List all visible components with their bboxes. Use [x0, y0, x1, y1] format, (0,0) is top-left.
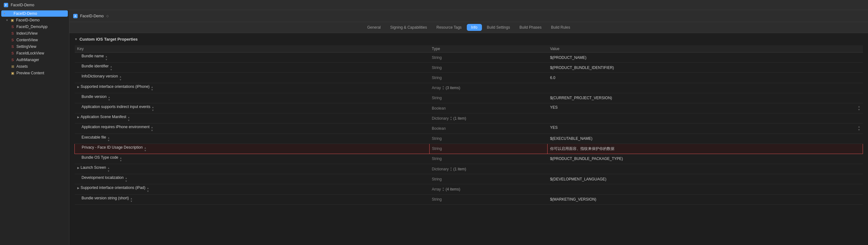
property-value: $(PRODUCT_BUNDLE_IDENTIFIER): [548, 63, 863, 73]
property-key: ▶Supported interface orientations (iPad)…: [75, 184, 430, 194]
row-stepper[interactable]: ▲▼: [107, 136, 110, 142]
sidebar-item-label: SettingView: [17, 44, 36, 49]
property-value: $(EXECUTABLE_NAME): [548, 134, 863, 144]
array-stepper[interactable]: ▲▼: [442, 187, 444, 191]
type-extra: (1 item): [453, 116, 466, 120]
table-row: Executable file▲▼String$(EXECUTABLE_NAME…: [75, 134, 863, 144]
type-stepper: Array ▲▼ (4 items): [432, 187, 460, 191]
value-text: YES: [550, 125, 558, 130]
sidebar: ▾■FaceID-Demo▾▣FaceID-DemoSFaceID_DemoAp…: [0, 10, 69, 245]
type-value: Dictionary: [432, 167, 448, 171]
property-key: Bundle identifier▲▼: [75, 63, 430, 73]
folder-icon: ▣: [10, 71, 15, 75]
col-header-type: Type: [429, 45, 548, 53]
expand-icon[interactable]: ▶: [77, 186, 80, 189]
value-stepper[interactable]: ▲▼: [858, 125, 861, 131]
row-stepper[interactable]: ▲▼: [144, 146, 146, 152]
table-row: Development localization▲▼String$(DEVELO…: [75, 174, 863, 184]
row-stepper[interactable]: ▲▼: [147, 187, 149, 193]
row-stepper[interactable]: ▲▼: [119, 75, 122, 81]
row-stepper[interactable]: ▲▼: [110, 65, 113, 71]
property-value: YES ▲▼: [548, 124, 863, 134]
type-value: Array: [432, 187, 441, 191]
sidebar-item-project[interactable]: ▾■FaceID-Demo: [1, 10, 68, 17]
property-value: 你可以启用面容、指纹来保护你的数据: [548, 144, 863, 154]
property-type: String: [429, 53, 548, 63]
expand-icon[interactable]: ▶: [77, 85, 80, 89]
row-stepper[interactable]: ▲▼: [127, 116, 130, 122]
sidebar-item-contentview[interactable]: SContentView: [1, 37, 68, 43]
property-type: String: [429, 93, 548, 103]
tab-resource-tags[interactable]: Resource Tags: [432, 24, 466, 31]
sidebar-item-preview-content[interactable]: ▣Preview Content: [1, 70, 68, 76]
app-icon: F: [4, 3, 8, 7]
property-value: [548, 113, 863, 124]
toolbar-chevron-icon: ◇: [106, 14, 109, 18]
property-value: $(PRODUCT_NAME): [548, 53, 863, 63]
sidebar-item-assets[interactable]: ⊞Assets: [1, 63, 68, 70]
sidebar-item-authmanager[interactable]: SAuthManager: [1, 57, 68, 63]
tab-build-rules[interactable]: Build Rules: [547, 24, 575, 31]
section-chevron-icon: ▼: [74, 37, 78, 41]
property-type: String: [429, 63, 548, 73]
sidebar-item-group-faceid[interactable]: ▾▣FaceID-Demo: [1, 17, 68, 23]
property-value: $(DEVELOPMENT_LANGUAGE): [548, 174, 863, 184]
type-value: String: [432, 56, 441, 60]
property-key: ▶Supported interface orientations (iPhon…: [75, 83, 430, 93]
row-stepper[interactable]: ▲▼: [151, 126, 153, 132]
property-type: Boolean: [429, 124, 548, 134]
property-value: $(CURRENT_PROJECT_VERSION): [548, 93, 863, 103]
expand-icon[interactable]: ▶: [77, 166, 80, 169]
tab-info[interactable]: Info: [467, 24, 482, 31]
type-stepper: Dictionary ▲▼ (1 item): [432, 116, 466, 120]
assets-icon: ⊞: [10, 65, 15, 69]
table-row: Privacy - Face ID Usage Description▲▼Str…: [75, 144, 863, 154]
row-stepper[interactable]: ▲▼: [152, 106, 154, 112]
type-value: Boolean: [432, 106, 446, 110]
section-title: Custom iOS Target Properties: [80, 37, 138, 42]
table-row: Bundle identifier▲▼String$(PRODUCT_BUNDL…: [75, 63, 863, 73]
array-stepper[interactable]: ▲▼: [450, 116, 452, 120]
sidebar-item-label: FaceID-Demo: [16, 18, 40, 22]
swift-icon: S: [10, 51, 15, 55]
row-stepper[interactable]: ▲▼: [108, 96, 111, 102]
property-type: String: [429, 73, 548, 83]
array-stepper[interactable]: ▲▼: [450, 167, 452, 171]
row-stepper[interactable]: ▲▼: [151, 86, 153, 92]
row-stepper[interactable]: ▲▼: [130, 197, 133, 203]
property-type: Boolean: [429, 103, 548, 113]
property-value: [548, 164, 863, 174]
expand-icon[interactable]: ▶: [77, 115, 80, 119]
sidebar-item-label: FaceID_DemoApp: [17, 25, 48, 29]
row-stepper[interactable]: ▲▼: [125, 177, 127, 183]
sidebar-item-faceidlockview[interactable]: SFaceIdLockView: [1, 50, 68, 56]
project-icon: ■: [7, 12, 12, 15]
type-stepper: Dictionary ▲▼ (1 item): [432, 167, 466, 171]
property-key: Application requires iPhone environment▲…: [75, 124, 430, 134]
toolbar-project-icon: A: [73, 14, 78, 18]
tab-build-settings[interactable]: Build Settings: [483, 24, 515, 31]
title-bar: F FaceID-Demo: [0, 0, 868, 10]
property-type: Dictionary ▲▼ (1 item): [429, 164, 548, 174]
array-stepper[interactable]: ▲▼: [442, 85, 444, 90]
table-row: ▶Application Scene Manifest▲▼ Dictionary…: [75, 113, 863, 124]
type-value: String: [432, 76, 441, 80]
sidebar-item-settingview[interactable]: SSettingView: [1, 43, 68, 50]
tab-signing[interactable]: Signing & Capabilities: [386, 24, 432, 31]
tab-bar: GeneralSigning & CapabilitiesResource Ta…: [69, 22, 868, 33]
property-type: String: [429, 174, 548, 184]
row-stepper[interactable]: ▲▼: [105, 55, 107, 61]
sidebar-item-faceid-demoapp[interactable]: SFaceID_DemoApp: [1, 24, 68, 30]
tab-build-phases[interactable]: Build Phases: [515, 24, 546, 31]
table-row: ▶Supported interface orientations (iPad)…: [75, 184, 863, 194]
row-stepper[interactable]: ▲▼: [120, 156, 122, 163]
tab-general[interactable]: General: [363, 24, 385, 31]
main-layout: ▾■FaceID-Demo▾▣FaceID-DemoSFaceID_DemoAp…: [0, 10, 868, 245]
type-value: String: [432, 136, 441, 141]
property-key: InfoDictionary version▲▼: [75, 73, 430, 83]
sidebar-item-label: Assets: [17, 64, 28, 69]
row-stepper[interactable]: ▲▼: [107, 167, 110, 173]
value-stepper[interactable]: ▲▼: [858, 105, 861, 111]
properties-table: Key Type Value Bundle name▲▼String$(PROD…: [74, 45, 863, 205]
sidebar-item-indexuiview[interactable]: SIndexUIView: [1, 30, 68, 37]
